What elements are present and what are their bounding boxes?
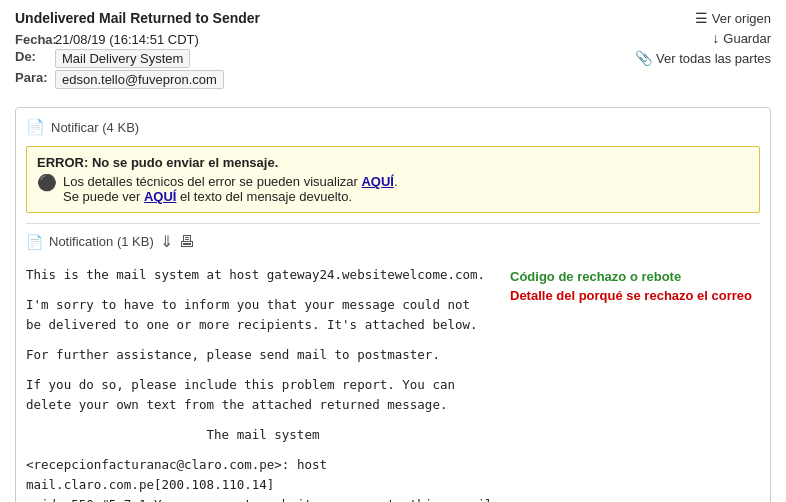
email-technical: <recepcionfacturanac@claro.com.pe>: host… <box>26 455 500 502</box>
body-line-1: This is the mail system at host gateway2… <box>26 265 500 285</box>
error-period: . <box>394 174 398 189</box>
header-left: Undelivered Mail Returned to Sender Fech… <box>15 10 260 89</box>
error-text-block: Los detalles técnicos del error se puede… <box>63 174 398 204</box>
print-icon[interactable]: 🖶 <box>179 233 195 251</box>
tech-line-2-underlined: 550 #5.7.1 Your access to submit message… <box>26 497 493 502</box>
ver-todas-label: Ver todas las partes <box>656 51 771 66</box>
ver-origen-link[interactable]: ☰ Ver origen <box>695 10 771 26</box>
para-label: Para: <box>15 70 55 89</box>
list-icon: ☰ <box>695 10 708 26</box>
notif-doc-icon: 📄 <box>26 234 43 250</box>
ver-origen-label: Ver origen <box>712 11 771 26</box>
email-subject: Undelivered Mail Returned to Sender <box>15 10 260 26</box>
de-value: Mail Delivery System <box>55 49 260 68</box>
header-fields: Fecha: 21/08/19 (16:14:51 CDT) De: Mail … <box>15 32 260 89</box>
error-title: ERROR: No se pudo enviar el mensaje. <box>37 155 749 170</box>
parts-icon: 📎 <box>635 50 652 66</box>
lower-section: This is the mail system at host gateway2… <box>26 265 760 502</box>
error-line: ⚫ Los detalles técnicos del error se pue… <box>37 174 749 204</box>
guardar-label: Guardar <box>723 31 771 46</box>
notification-bar: 📄 Notification (1 KB) ⇓ 🖶 <box>26 223 760 255</box>
lower-text: This is the mail system at host gateway2… <box>26 265 500 502</box>
email-text: This is the mail system at host gateway2… <box>26 265 500 445</box>
email-container: Undelivered Mail Returned to Sender Fech… <box>0 0 786 502</box>
fecha-value: 21/08/19 (16:14:51 CDT) <box>55 32 260 47</box>
error-link-1[interactable]: AQUÍ <box>361 174 394 189</box>
annotation-green: Código de rechazo o rebote <box>510 269 760 284</box>
error-link-2[interactable]: AQUÍ <box>144 189 177 204</box>
header-right: ☰ Ver origen ↓ Guardar 📎 Ver todas las p… <box>635 10 771 66</box>
notificar-label: Notificar (4 KB) <box>51 120 139 135</box>
error-line2-prefix: Se puede ver <box>63 189 144 204</box>
body-line-3: For further assistance, please send mail… <box>26 345 500 365</box>
body-line-2: I'm sorry to have to inform you that you… <box>26 295 500 335</box>
para-value: edson.tello@fuvepron.com <box>55 70 260 89</box>
error-line1-text: Los detalles técnicos del error se puede… <box>63 174 361 189</box>
fecha-label: Fecha: <box>15 32 55 47</box>
attachment-icon: 📄 <box>26 118 45 136</box>
notification-label: Notification (1 KB) <box>49 234 154 249</box>
para-value-box: edson.tello@fuvepron.com <box>55 70 224 89</box>
guardar-link[interactable]: ↓ Guardar <box>712 30 771 46</box>
lower-annotations: Código de rechazo o rebote Detalle del p… <box>500 265 760 502</box>
annotation-red: Detalle del porqué se rechazo el correo <box>510 288 760 303</box>
body-line-5: The mail system <box>26 425 500 445</box>
body-line-4: If you do so, please include this proble… <box>26 375 500 415</box>
tech-line-1: <recepcionfacturanac@claro.com.pe>: host… <box>26 457 327 492</box>
error-box: ERROR: No se pudo enviar el mensaje. ⚫ L… <box>26 146 760 213</box>
error-line2-suffix: el texto del mensaje devuelto. <box>176 189 352 204</box>
email-header: Undelivered Mail Returned to Sender Fech… <box>15 10 771 97</box>
tech-line-2-prefix: said: <box>26 497 71 502</box>
ver-todas-link[interactable]: 📎 Ver todas las partes <box>635 50 771 66</box>
save-icon: ↓ <box>712 30 719 46</box>
no-entry-icon: ⚫ <box>37 173 57 192</box>
email-body: 📄 Notificar (4 KB) ERROR: No se pudo env… <box>15 107 771 502</box>
download-icon[interactable]: ⇓ <box>160 232 173 251</box>
de-label: De: <box>15 49 55 68</box>
de-value-box: Mail Delivery System <box>55 49 190 68</box>
notificar-attachment: 📄 Notificar (4 KB) <box>26 118 760 136</box>
